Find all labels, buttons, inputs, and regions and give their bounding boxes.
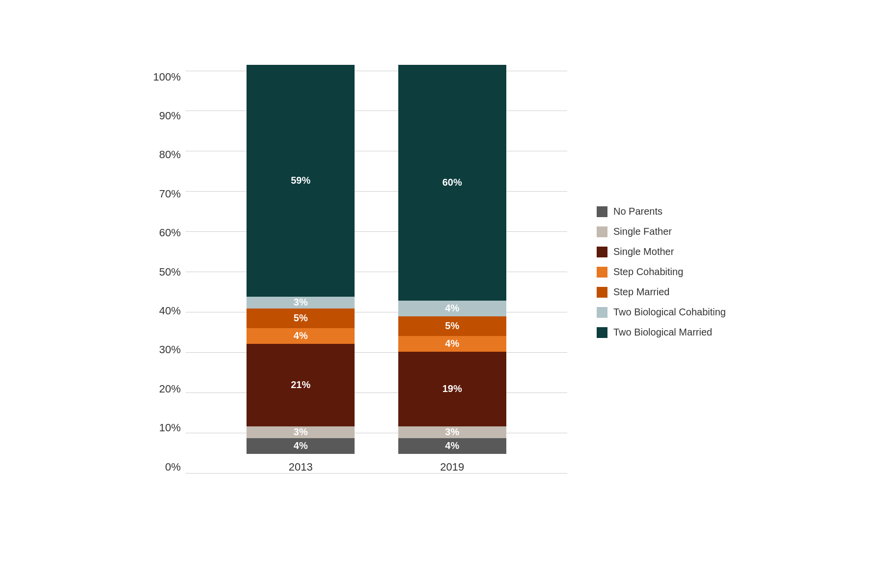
legend-label: No Parents — [613, 206, 662, 217]
y-axis-label: 10% — [151, 421, 181, 434]
x-axis-label: 2013 — [289, 461, 313, 474]
bar-segment-two-bio-cohabiting: 3% — [247, 297, 355, 308]
legend-color-box — [597, 267, 607, 278]
y-axis-label: 50% — [151, 266, 181, 279]
bar-segment-no-parents: 4% — [398, 438, 506, 454]
y-axis-label: 0% — [151, 461, 181, 474]
legend-label: Two Biological Cohabiting — [613, 307, 726, 318]
bar-segment-label: 3% — [247, 426, 355, 438]
legend-item: Two Biological Cohabiting — [597, 307, 726, 318]
bar-group: 4%3%19%4%5%4%60%2019 — [398, 61, 506, 474]
legend-color-box — [597, 247, 607, 257]
bar-segment-label: 19% — [398, 383, 506, 394]
y-axis-label: 30% — [151, 343, 181, 356]
legend-color-box — [597, 287, 607, 298]
y-axis-label: 20% — [151, 383, 181, 395]
bar-segment-label: 4% — [398, 303, 506, 314]
legend: No ParentsSingle FatherSingle MotherStep… — [597, 206, 726, 338]
bar-segment-single-mother: 19% — [398, 352, 506, 426]
legend-color-box — [597, 206, 607, 217]
chart-area: 0%10%20%30%40%50%60%70%80%90%100% 4%3%21… — [186, 71, 567, 498]
bar-segment-two-bio-married: 59% — [247, 65, 355, 297]
bar-segment-step-cohabiting: 4% — [247, 328, 355, 344]
bar-segment-step-married: 5% — [398, 316, 506, 336]
legend-item: Single Father — [597, 226, 726, 237]
bar-segment-label: 21% — [247, 379, 355, 391]
y-axis-label: 100% — [151, 71, 181, 84]
bar-segment-label: 4% — [247, 440, 355, 451]
y-axis-label: 60% — [151, 226, 181, 239]
bar: 4%3%19%4%5%4%60% — [398, 61, 506, 454]
legend-item: No Parents — [597, 206, 726, 217]
legend-label: Two Biological Married — [613, 327, 712, 338]
legend-item: Step Cohabiting — [597, 266, 726, 278]
bar-group: 4%3%21%4%5%3%59%2013 — [247, 61, 355, 474]
bar-segment-two-bio-cohabiting: 4% — [398, 301, 506, 316]
grid-and-bars: 4%3%21%4%5%3%59%20134%3%19%4%5%4%60%2019 — [186, 71, 567, 474]
bar-segment-two-bio-married: 60% — [398, 65, 506, 301]
bar-segment-label: 3% — [247, 297, 355, 308]
bar: 4%3%21%4%5%3%59% — [247, 61, 355, 454]
x-axis-label: 2019 — [440, 461, 464, 474]
legend-item: Step Married — [597, 286, 726, 298]
bar-segment-label: 4% — [398, 338, 506, 349]
bar-segment-label: 5% — [398, 320, 506, 332]
legend-color-box — [597, 226, 607, 237]
bar-segment-label: 4% — [247, 330, 355, 341]
chart-container: 0%10%20%30%40%50%60%70%80%90%100% 4%3%21… — [146, 61, 736, 528]
legend-label: Single Father — [613, 226, 672, 237]
bar-segment-label: 59% — [247, 175, 355, 186]
legend-label: Step Married — [613, 286, 670, 298]
bar-segment-single-father: 3% — [247, 426, 355, 438]
bar-segment-label: 4% — [398, 440, 506, 451]
bar-segment-step-cohabiting: 4% — [398, 336, 506, 352]
bar-segment-label: 3% — [398, 426, 506, 438]
legend-item: Two Biological Married — [597, 327, 726, 338]
y-axis-label: 90% — [151, 110, 181, 122]
legend-color-box — [597, 327, 607, 338]
legend-color-box — [597, 307, 607, 318]
y-axis: 0%10%20%30%40%50%60%70%80%90%100% — [151, 71, 181, 474]
y-axis-label: 70% — [151, 188, 181, 200]
legend-label: Step Cohabiting — [613, 266, 683, 278]
bar-segment-label: 60% — [398, 177, 506, 188]
legend-item: Single Mother — [597, 246, 726, 257]
bar-segment-single-mother: 21% — [247, 344, 355, 426]
bar-segment-single-father: 3% — [398, 426, 506, 438]
bars-row: 4%3%21%4%5%3%59%20134%3%19%4%5%4%60%2019 — [186, 71, 567, 474]
legend-label: Single Mother — [613, 246, 674, 257]
y-axis-label: 40% — [151, 305, 181, 317]
y-axis-label: 80% — [151, 148, 181, 161]
bar-segment-no-parents: 4% — [247, 438, 355, 454]
bar-segment-step-married: 5% — [247, 308, 355, 328]
bar-segment-label: 5% — [247, 312, 355, 324]
